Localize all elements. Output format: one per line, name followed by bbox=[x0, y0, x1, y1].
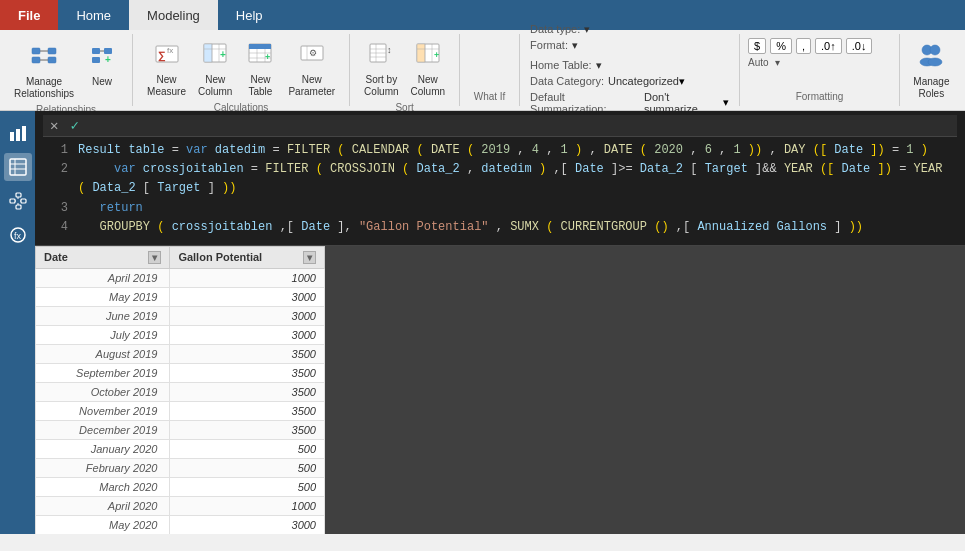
dax-view-icon[interactable]: fx bbox=[4, 221, 32, 249]
tab-file[interactable]: File bbox=[0, 0, 58, 30]
new-table-button[interactable]: + NewTable bbox=[238, 38, 282, 100]
formula-cancel-button[interactable]: ✕ bbox=[47, 117, 61, 134]
formula-line-1: 1 Result table = var datedim = FILTER ( … bbox=[53, 141, 953, 160]
svg-rect-15 bbox=[204, 44, 212, 62]
date-filter-button[interactable]: ▾ bbox=[148, 251, 161, 264]
new-button[interactable]: + New bbox=[80, 38, 124, 90]
manage-roles-button[interactable]: ManageRoles bbox=[908, 38, 955, 102]
auto-dropdown[interactable]: ▾ bbox=[775, 57, 780, 68]
value-cell: 3000 bbox=[170, 325, 325, 344]
svg-rect-58 bbox=[22, 126, 26, 141]
data-category-label: Data Category: bbox=[530, 75, 604, 87]
svg-point-45 bbox=[928, 58, 942, 66]
svg-text:+: + bbox=[220, 49, 226, 60]
datatype-dropdown[interactable]: ▾ bbox=[584, 23, 590, 36]
svg-point-43 bbox=[930, 45, 940, 55]
svg-rect-65 bbox=[21, 199, 26, 203]
gallon-filter-button[interactable]: ▾ bbox=[303, 251, 316, 264]
svg-rect-64 bbox=[16, 193, 21, 197]
table-row[interactable]: December 2019 3500 bbox=[36, 420, 325, 439]
percent-button[interactable]: % bbox=[770, 38, 792, 54]
format-dropdown[interactable]: ▾ bbox=[572, 39, 578, 52]
new-parameter-icon: ⚙ bbox=[299, 40, 325, 72]
date-cell: June 2019 bbox=[36, 306, 170, 325]
svg-text:fx: fx bbox=[167, 46, 173, 55]
svg-text:⚙: ⚙ bbox=[309, 48, 317, 58]
tab-help[interactable]: Help bbox=[218, 0, 281, 30]
svg-rect-59 bbox=[10, 159, 26, 175]
table-row[interactable]: April 2019 1000 bbox=[36, 268, 325, 287]
sort-by-column-icon: ↕ bbox=[368, 40, 394, 72]
date-cell: December 2019 bbox=[36, 420, 170, 439]
manage-relationships-label: ManageRelationships bbox=[14, 76, 74, 100]
formula-editor: ✕ ✓ 1 Result table = var datedim = FILTE… bbox=[35, 111, 965, 246]
date-column-header[interactable]: Date ▾ bbox=[36, 246, 170, 268]
date-cell: July 2019 bbox=[36, 325, 170, 344]
date-cell: September 2019 bbox=[36, 363, 170, 382]
table-row[interactable]: October 2019 3500 bbox=[36, 382, 325, 401]
date-cell: November 2019 bbox=[36, 401, 170, 420]
date-cell: May 2020 bbox=[36, 515, 170, 534]
formula-lines[interactable]: 1 Result table = var datedim = FILTER ( … bbox=[43, 137, 957, 241]
new-column2-icon: + bbox=[415, 40, 441, 72]
manage-relationships-button[interactable]: ManageRelationships bbox=[8, 38, 80, 102]
ribbon-properties: Data type: ▾ Format: ▾ Home Table: ▾ Dat… bbox=[520, 34, 740, 106]
table-row[interactable]: May 2020 3000 bbox=[36, 515, 325, 534]
table-row[interactable]: August 2019 3500 bbox=[36, 344, 325, 363]
table-row[interactable]: April 2020 1000 bbox=[36, 496, 325, 515]
date-cell: January 2020 bbox=[36, 439, 170, 458]
date-cell: April 2019 bbox=[36, 268, 170, 287]
table-row[interactable]: November 2019 3500 bbox=[36, 401, 325, 420]
manage-roles-icon bbox=[917, 40, 945, 74]
svg-rect-0 bbox=[32, 48, 40, 54]
data-category-dropdown[interactable]: ▾ bbox=[679, 75, 685, 88]
new-measure-icon: ∑ fx bbox=[154, 40, 180, 72]
new-column2-button[interactable]: + NewColumn bbox=[405, 38, 451, 100]
tab-modeling[interactable]: Modeling bbox=[129, 0, 218, 30]
formula-confirm-button[interactable]: ✓ bbox=[67, 117, 81, 134]
ribbon-group-whatif: What If bbox=[460, 34, 520, 106]
tab-bar: File Home Modeling Help bbox=[0, 0, 965, 30]
gallon-column-header[interactable]: Gallon Potential ▾ bbox=[170, 246, 325, 268]
svg-text:↕: ↕ bbox=[387, 45, 392, 55]
comma-button[interactable]: , bbox=[796, 38, 811, 54]
new-column-button[interactable]: + NewColumn bbox=[192, 38, 238, 100]
ribbon-group-sort: ↕ Sort byColumn + bbox=[350, 34, 460, 106]
formula-line-2: 2 var crossjoitablen = FILTER ( CROSSJOI… bbox=[53, 160, 953, 198]
manage-roles-label: ManageRoles bbox=[913, 76, 949, 100]
model-view-icon[interactable] bbox=[4, 187, 32, 215]
main-area: fx ✕ ✓ 1 Result table = var datedim = bbox=[0, 111, 965, 534]
ribbon-group-relationships: ManageRelationships + New Re bbox=[0, 34, 133, 106]
formula-toolbar: ✕ ✓ bbox=[43, 115, 957, 137]
new-parameter-button[interactable]: ⚙ NewParameter bbox=[282, 38, 341, 100]
value-cell: 3500 bbox=[170, 382, 325, 401]
home-table-dropdown[interactable]: ▾ bbox=[596, 59, 602, 72]
svg-text:+: + bbox=[105, 54, 111, 65]
new-measure-button[interactable]: ∑ fx NewMeasure bbox=[141, 38, 192, 100]
svg-rect-2 bbox=[32, 57, 40, 63]
decimal-add-button[interactable]: .0↑ bbox=[815, 38, 842, 54]
table-row[interactable]: June 2019 3000 bbox=[36, 306, 325, 325]
table-row[interactable]: July 2019 3000 bbox=[36, 325, 325, 344]
data-category-value[interactable]: Uncategorized bbox=[608, 75, 679, 87]
sort-by-column-button[interactable]: ↕ Sort byColumn bbox=[358, 38, 404, 100]
decimal-remove-button[interactable]: .0↓ bbox=[846, 38, 873, 54]
table-row[interactable]: September 2019 3500 bbox=[36, 363, 325, 382]
tab-home[interactable]: Home bbox=[58, 0, 129, 30]
svg-rect-66 bbox=[16, 205, 21, 209]
table-row[interactable]: March 2020 500 bbox=[36, 477, 325, 496]
svg-rect-56 bbox=[10, 132, 14, 141]
table-row[interactable]: January 2020 500 bbox=[36, 439, 325, 458]
new-table-label: NewTable bbox=[248, 74, 272, 98]
summarization-dropdown[interactable]: ▾ bbox=[723, 96, 729, 109]
data-view-icon[interactable] bbox=[4, 153, 32, 181]
table-row[interactable]: February 2020 500 bbox=[36, 458, 325, 477]
ribbon-group-security: ManageRoles View asRoles Se bbox=[900, 34, 965, 106]
table-row[interactable]: May 2019 3000 bbox=[36, 287, 325, 306]
report-view-icon[interactable] bbox=[4, 119, 32, 147]
new-parameter-label: NewParameter bbox=[288, 74, 335, 98]
currency-button[interactable]: $ bbox=[748, 38, 766, 54]
view-as-roles-button[interactable]: View asRoles bbox=[955, 38, 965, 114]
formula-line-3: 3 return bbox=[53, 199, 953, 218]
ribbon-group-formatting: $ % , .0↑ .0↓ Auto ▾ Formatting bbox=[740, 34, 900, 106]
